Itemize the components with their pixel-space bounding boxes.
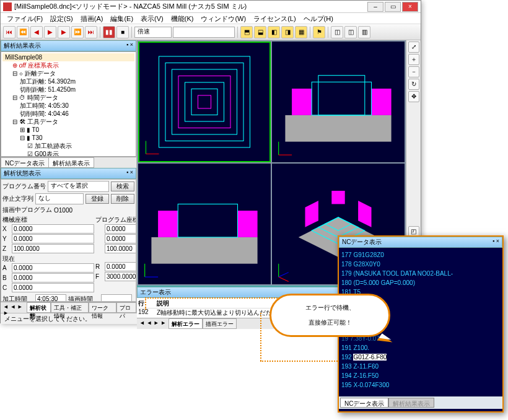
viewport-side[interactable]	[138, 164, 271, 284]
svg-rect-13	[318, 76, 365, 115]
panel-status-header: 解析状態表示▪ ×	[1, 168, 136, 179]
tree-item[interactable]: ⊟ 🛠 工具データ	[2, 118, 134, 126]
stop-button[interactable]: ■	[116, 26, 129, 38]
step-fwd-icon[interactable]: ▶	[58, 26, 70, 38]
flag-icon[interactable]: ⚑	[313, 26, 325, 38]
tool-d-icon[interactable]: ◨	[281, 26, 294, 38]
tree-leaf[interactable]: ☑ 加工軌跡表示	[2, 142, 134, 150]
tree-leaf: 加工時間: 4:05:30	[2, 102, 134, 110]
popup-tab-result[interactable]: 解析結果表示	[388, 398, 434, 408]
menubar: ファイル(F) 設定(S) 描画(A) 編集(E) 表示(V) 機能(K) ウィ…	[1, 13, 421, 24]
tree-item[interactable]: ⊕ off 座標系表示	[2, 61, 134, 69]
view-a-icon[interactable]: ◫	[331, 26, 343, 38]
mach-x[interactable]	[12, 224, 94, 234]
menu-window[interactable]: ウィンドウ(W)	[197, 13, 250, 24]
tab-draw-error[interactable]: 描画エラー	[203, 318, 237, 329]
fwd-icon[interactable]: ⏩	[71, 26, 84, 38]
tree-leaf: 切削時間: 4:04:46	[2, 110, 134, 118]
menu-func[interactable]: 機能(K)	[167, 13, 198, 24]
tool-e-icon[interactable]: ▦	[295, 26, 307, 38]
tab-analysis-state[interactable]: 解析状態	[27, 302, 51, 313]
tab-nav[interactable]: ◄ ◄ ► ►	[137, 318, 169, 329]
menu-view[interactable]: 表示(V)	[137, 13, 167, 24]
mach-z[interactable]	[12, 244, 94, 253]
svg-rect-16	[151, 237, 257, 264]
proc-time	[35, 294, 66, 302]
prog-z[interactable]	[105, 244, 136, 253]
menu-help[interactable]: ヘルプ(H)	[300, 13, 337, 24]
step-back-icon[interactable]: ◀	[30, 26, 43, 38]
minimize-button[interactable]: –	[367, 2, 383, 12]
svg-rect-3	[178, 76, 230, 128]
draw-time	[101, 294, 132, 302]
register-button[interactable]: 登録	[85, 194, 109, 204]
menu-settings[interactable]: 設定(S)	[46, 13, 77, 24]
toolbar: ⏮ ⏪ ◀ ▶ ▶ ⏩ ⏭ ▮▮ ■ 倍速 ⬒ ⬓ ◧ ◨ ▦ ⚑ ◫ ◫ ▥	[1, 24, 421, 40]
cur-b[interactable]	[12, 273, 94, 282]
zoom-out-icon[interactable]: －	[408, 66, 419, 77]
panel-result-header: 解析結果表示▪ ×	[1, 40, 136, 51]
pause-button[interactable]: ▮▮	[103, 26, 115, 38]
menu-edit[interactable]: 編集(E)	[107, 13, 137, 24]
tab-work-info[interactable]: ワーク情報	[89, 302, 117, 313]
cur-a[interactable]	[12, 263, 94, 273]
zoom-in-icon[interactable]: ＋	[408, 54, 419, 65]
search-button[interactable]: 検索	[111, 182, 134, 191]
tree-root[interactable]: MillSample08	[2, 53, 134, 61]
tree-item[interactable]: ⊞ ▮ T0	[2, 126, 134, 134]
cur-r[interactable]	[105, 262, 136, 271]
viewport-top[interactable]	[138, 42, 271, 162]
popup-tab-nc[interactable]: NCデータ表示	[340, 398, 388, 408]
tree-item[interactable]: ⊟ ▮ T30	[2, 134, 134, 142]
nc-highlighted-line[interactable]: 192 G01Z-6.F80	[341, 352, 500, 362]
fit-icon[interactable]: ⤢	[408, 42, 419, 53]
tool-c-icon[interactable]: ◧	[268, 26, 280, 38]
rewind-full-icon[interactable]: ⏮	[3, 26, 15, 38]
speed-value[interactable]	[173, 27, 235, 38]
play-icon[interactable]: ▶	[44, 26, 56, 38]
mach-y[interactable]	[12, 234, 94, 243]
viewport-front[interactable]	[272, 42, 405, 162]
tab-nav[interactable]: ◄ ◄ ► ►	[1, 302, 27, 313]
tool-a-icon[interactable]: ⬒	[240, 26, 253, 38]
svg-rect-11	[372, 89, 392, 115]
svg-rect-4	[185, 82, 224, 121]
tab-result[interactable]: 解析結果表示	[48, 157, 94, 168]
cur-f[interactable]	[105, 272, 136, 281]
tab-tool-info[interactable]: 工具・補正情報	[51, 302, 88, 313]
tab-analysis-error[interactable]: 解析エラー	[169, 318, 203, 329]
pan-icon[interactable]: ✥	[408, 91, 419, 102]
cur-c[interactable]	[12, 283, 94, 292]
prog-y[interactable]	[105, 234, 136, 243]
view-b-icon[interactable]: ◫	[344, 26, 357, 38]
tab-prop[interactable]: プロパ	[116, 302, 136, 313]
svg-rect-6	[198, 95, 211, 108]
tab-ncdata[interactable]: NCデータ表示	[1, 157, 49, 168]
maximize-button[interactable]: ▭	[385, 2, 401, 12]
prog-select[interactable]: すべてを選択	[48, 181, 109, 192]
fwd-full-icon[interactable]: ⏭	[85, 26, 97, 38]
svg-rect-2	[172, 69, 237, 134]
tree-leaf[interactable]: ☑ G00表示	[2, 150, 134, 157]
tool-b-icon[interactable]: ⬓	[254, 26, 266, 38]
rotate-icon[interactable]: ↻	[408, 79, 419, 90]
menu-license[interactable]: ライセンス(L)	[250, 13, 299, 24]
stop-select[interactable]: なし	[35, 193, 84, 204]
svg-rect-19	[178, 204, 237, 237]
tree-item[interactable]: ⊟ ⏱ 時間データ	[2, 94, 134, 102]
menu-file[interactable]: ファイル(F)	[3, 13, 46, 24]
view-c-icon[interactable]: ▥	[358, 26, 370, 38]
svg-rect-18	[238, 211, 258, 237]
svg-rect-12	[312, 82, 371, 115]
rewind-icon[interactable]: ⏪	[17, 26, 29, 38]
delete-button[interactable]: 削除	[111, 194, 134, 204]
tree-item[interactable]: ⊟ ⟐ 距離データ	[2, 69, 134, 77]
prog-x[interactable]	[105, 224, 136, 234]
menu-draw[interactable]: 描画(A)	[77, 13, 107, 24]
close-button[interactable]: ×	[402, 2, 418, 12]
svg-rect-17	[158, 211, 178, 237]
svg-line-30	[279, 277, 289, 281]
result-tree[interactable]: MillSample08 ⊕ off 座標系表示 ⊟ ⟐ 距離データ 加工距離:…	[1, 51, 136, 157]
svg-rect-5	[191, 89, 217, 115]
speed-select[interactable]: 倍速	[134, 27, 172, 38]
